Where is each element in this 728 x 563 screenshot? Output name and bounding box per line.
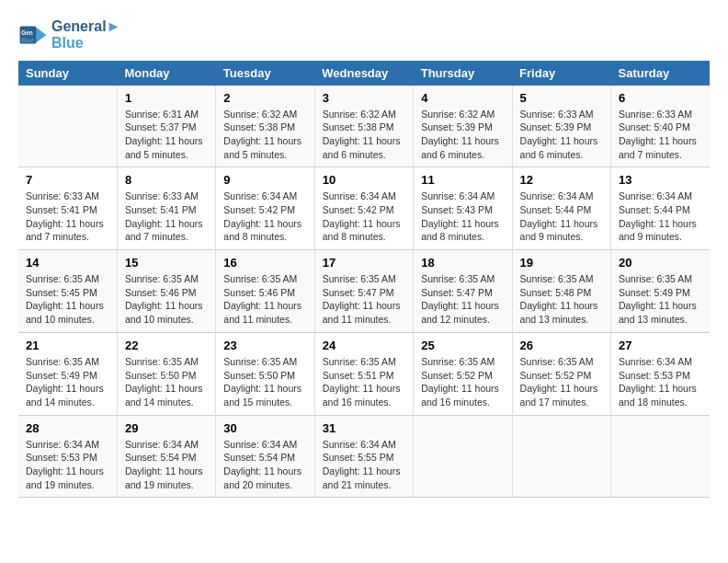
weekday-header-monday: Monday: [117, 61, 215, 86]
week-row-1: 1Sunrise: 6:31 AM Sunset: 5:37 PM Daylig…: [18, 86, 710, 167]
day-number: 27: [619, 339, 702, 352]
day-info: Sunrise: 6:35 AM Sunset: 5:49 PM Dayligh…: [26, 355, 109, 409]
calendar-cell: 11Sunrise: 6:34 AM Sunset: 5:43 PM Dayli…: [414, 167, 512, 250]
day-number: 5: [520, 91, 603, 105]
calendar-cell: 29Sunrise: 6:34 AM Sunset: 5:54 PM Dayli…: [117, 415, 215, 498]
day-info: Sunrise: 6:35 AM Sunset: 5:48 PM Dayligh…: [520, 272, 603, 327]
calendar-cell: 3Sunrise: 6:32 AM Sunset: 5:38 PM Daylig…: [314, 86, 413, 167]
calendar-cell: 12Sunrise: 6:34 AM Sunset: 5:44 PM Dayli…: [512, 167, 610, 250]
day-info: Sunrise: 6:34 AM Sunset: 5:44 PM Dayligh…: [619, 190, 702, 244]
calendar-cell: 2Sunrise: 6:32 AM Sunset: 5:38 PM Daylig…: [216, 86, 314, 167]
calendar-cell: 4Sunrise: 6:32 AM Sunset: 5:39 PM Daylig…: [414, 86, 512, 167]
day-info: Sunrise: 6:34 AM Sunset: 5:55 PM Dayligh…: [323, 438, 405, 492]
week-row-3: 14Sunrise: 6:35 AM Sunset: 5:45 PM Dayli…: [18, 250, 710, 333]
day-number: 6: [619, 91, 702, 105]
day-number: 12: [520, 173, 603, 187]
day-info: Sunrise: 6:35 AM Sunset: 5:50 PM Dayligh…: [125, 355, 208, 409]
svg-text:Blue: Blue: [21, 37, 34, 43]
calendar-cell: 28Sunrise: 6:34 AM Sunset: 5:53 PM Dayli…: [18, 415, 117, 498]
week-row-2: 7Sunrise: 6:33 AM Sunset: 5:41 PM Daylig…: [18, 167, 710, 250]
day-number: 16: [223, 256, 306, 270]
day-number: 29: [125, 421, 208, 435]
weekday-header-friday: Friday: [512, 61, 610, 86]
day-info: Sunrise: 6:35 AM Sunset: 5:47 PM Dayligh…: [421, 272, 504, 327]
day-number: 14: [26, 256, 109, 270]
day-info: Sunrise: 6:35 AM Sunset: 5:46 PM Dayligh…: [223, 272, 306, 327]
day-info: Sunrise: 6:35 AM Sunset: 5:46 PM Dayligh…: [125, 272, 208, 327]
day-info: Sunrise: 6:34 AM Sunset: 5:42 PM Dayligh…: [223, 190, 306, 244]
calendar-cell: 17Sunrise: 6:35 AM Sunset: 5:47 PM Dayli…: [314, 250, 413, 333]
calendar-cell: 23Sunrise: 6:35 AM Sunset: 5:50 PM Dayli…: [216, 332, 314, 415]
day-info: Sunrise: 6:35 AM Sunset: 5:49 PM Dayligh…: [619, 272, 702, 327]
day-number: 28: [26, 421, 109, 435]
day-number: 20: [619, 256, 702, 270]
calendar-cell: 1Sunrise: 6:31 AM Sunset: 5:37 PM Daylig…: [117, 86, 215, 167]
day-info: Sunrise: 6:34 AM Sunset: 5:53 PM Dayligh…: [619, 355, 702, 409]
day-info: Sunrise: 6:34 AM Sunset: 5:53 PM Dayligh…: [26, 438, 109, 492]
day-number: 21: [26, 339, 109, 352]
calendar-cell: 15Sunrise: 6:35 AM Sunset: 5:46 PM Dayli…: [117, 250, 215, 333]
calendar-cell: 10Sunrise: 6:34 AM Sunset: 5:42 PM Dayli…: [314, 167, 413, 250]
weekday-header-wednesday: Wednesday: [314, 61, 413, 86]
day-number: 15: [125, 256, 208, 270]
calendar-cell: 16Sunrise: 6:35 AM Sunset: 5:46 PM Dayli…: [216, 250, 314, 333]
day-number: 11: [421, 173, 504, 187]
weekday-header-sunday: Sunday: [18, 61, 117, 86]
day-number: 1: [125, 91, 208, 105]
header: Gen Blue General► Blue: [18, 18, 710, 52]
day-info: Sunrise: 6:32 AM Sunset: 5:38 PM Dayligh…: [323, 108, 405, 162]
day-number: 22: [125, 339, 208, 352]
day-number: 7: [26, 173, 109, 187]
day-info: Sunrise: 6:32 AM Sunset: 5:39 PM Dayligh…: [421, 108, 504, 162]
day-number: 9: [223, 173, 306, 187]
calendar-cell: [414, 415, 512, 498]
day-number: 24: [323, 339, 405, 352]
day-number: 30: [223, 421, 306, 435]
logo: Gen Blue General► Blue: [18, 18, 120, 52]
svg-text:Gen: Gen: [21, 29, 33, 36]
calendar-cell: 27Sunrise: 6:34 AM Sunset: 5:53 PM Dayli…: [611, 332, 710, 415]
calendar-cell: 24Sunrise: 6:35 AM Sunset: 5:51 PM Dayli…: [314, 332, 413, 415]
calendar-cell: [512, 415, 610, 498]
day-info: Sunrise: 6:33 AM Sunset: 5:39 PM Dayligh…: [520, 108, 603, 162]
week-row-5: 28Sunrise: 6:34 AM Sunset: 5:53 PM Dayli…: [18, 415, 710, 498]
weekday-header-thursday: Thursday: [414, 61, 512, 86]
day-info: Sunrise: 6:35 AM Sunset: 5:52 PM Dayligh…: [421, 355, 504, 409]
calendar-cell: 5Sunrise: 6:33 AM Sunset: 5:39 PM Daylig…: [512, 86, 610, 167]
calendar-cell: 9Sunrise: 6:34 AM Sunset: 5:42 PM Daylig…: [216, 167, 314, 250]
day-info: Sunrise: 6:33 AM Sunset: 5:40 PM Dayligh…: [619, 108, 702, 162]
day-info: Sunrise: 6:34 AM Sunset: 5:43 PM Dayligh…: [421, 190, 504, 244]
day-info: Sunrise: 6:35 AM Sunset: 5:50 PM Dayligh…: [223, 355, 306, 409]
day-number: 23: [223, 339, 306, 352]
day-number: 2: [223, 91, 306, 105]
calendar-table: SundayMondayTuesdayWednesdayThursdayFrid…: [18, 61, 710, 499]
day-number: 4: [421, 91, 504, 105]
calendar-cell: 31Sunrise: 6:34 AM Sunset: 5:55 PM Dayli…: [314, 415, 413, 498]
calendar-cell: 18Sunrise: 6:35 AM Sunset: 5:47 PM Dayli…: [414, 250, 512, 333]
weekday-header-saturday: Saturday: [611, 61, 710, 86]
logo-icon: Gen Blue: [18, 20, 48, 50]
calendar-cell: 14Sunrise: 6:35 AM Sunset: 5:45 PM Dayli…: [18, 250, 117, 333]
day-number: 17: [323, 256, 405, 270]
calendar-cell: 22Sunrise: 6:35 AM Sunset: 5:50 PM Dayli…: [117, 332, 215, 415]
calendar-cell: 25Sunrise: 6:35 AM Sunset: 5:52 PM Dayli…: [414, 332, 512, 415]
day-info: Sunrise: 6:34 AM Sunset: 5:54 PM Dayligh…: [223, 438, 306, 492]
day-number: 26: [520, 339, 603, 352]
calendar-cell: 8Sunrise: 6:33 AM Sunset: 5:41 PM Daylig…: [117, 167, 215, 250]
day-info: Sunrise: 6:34 AM Sunset: 5:54 PM Dayligh…: [125, 438, 208, 492]
calendar-cell: 30Sunrise: 6:34 AM Sunset: 5:54 PM Dayli…: [216, 415, 314, 498]
day-info: Sunrise: 6:33 AM Sunset: 5:41 PM Dayligh…: [125, 190, 208, 244]
day-number: 10: [323, 173, 405, 187]
week-row-4: 21Sunrise: 6:35 AM Sunset: 5:49 PM Dayli…: [18, 332, 710, 415]
calendar-cell: 20Sunrise: 6:35 AM Sunset: 5:49 PM Dayli…: [611, 250, 710, 333]
weekday-header-row: SundayMondayTuesdayWednesdayThursdayFrid…: [18, 61, 710, 86]
day-number: 13: [619, 173, 702, 187]
calendar-cell: 21Sunrise: 6:35 AM Sunset: 5:49 PM Dayli…: [18, 332, 117, 415]
day-info: Sunrise: 6:35 AM Sunset: 5:51 PM Dayligh…: [323, 355, 405, 409]
day-info: Sunrise: 6:32 AM Sunset: 5:38 PM Dayligh…: [223, 108, 306, 162]
day-info: Sunrise: 6:34 AM Sunset: 5:42 PM Dayligh…: [323, 190, 405, 244]
day-number: 3: [323, 91, 405, 105]
day-number: 19: [520, 256, 603, 270]
day-number: 25: [421, 339, 504, 352]
day-info: Sunrise: 6:35 AM Sunset: 5:47 PM Dayligh…: [323, 272, 405, 327]
